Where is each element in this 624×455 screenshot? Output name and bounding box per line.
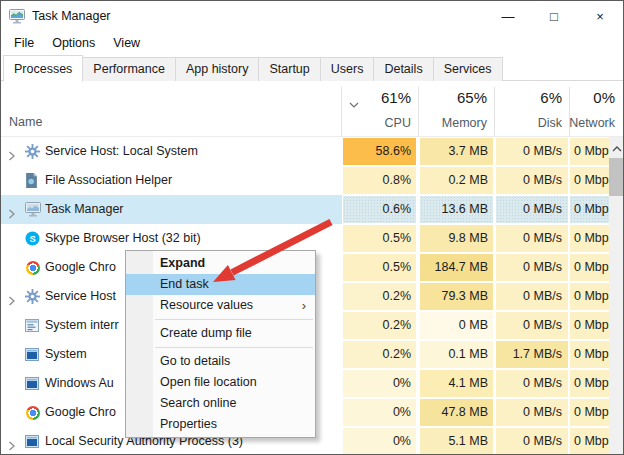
process-row-skype-browser-host-32-bit[interactable]: S Skype Browser Host (32 bit) 0.5%9.8 MB… [1, 224, 623, 253]
cell-memory: 3.7 MB [420, 138, 493, 165]
cell-disk: 0 MB/s [496, 283, 568, 310]
tab-services[interactable]: Services [433, 57, 503, 81]
chrome-icon [25, 260, 41, 276]
close-button[interactable]: × [577, 1, 623, 31]
column-disk-label: Disk [538, 116, 562, 130]
document-icon [25, 173, 41, 189]
column-header-memory[interactable]: 65% Memory [419, 81, 493, 137]
system-interrupts-icon [25, 318, 41, 334]
minimize-button[interactable]: — [485, 1, 531, 31]
tab-users[interactable]: Users [320, 57, 375, 81]
process-name-cell: S Skype Browser Host (32 bit) [1, 224, 342, 253]
column-name-label[interactable]: Name [9, 115, 42, 129]
tab-details[interactable]: Details [373, 57, 433, 81]
window-title: Task Manager [32, 9, 111, 23]
column-network-utilization: 0% [593, 89, 615, 106]
cell-disk: 0 MB/s [496, 370, 568, 397]
cell-cpu: 0.5% [343, 225, 416, 252]
services-gear-icon [25, 144, 41, 160]
cell-cpu: 0.2% [343, 312, 416, 339]
menu-view[interactable]: View [104, 33, 149, 53]
column-header-network[interactable]: 0% Network [570, 81, 624, 137]
close-icon: × [596, 9, 604, 24]
skype-icon: S [25, 231, 41, 247]
process-name: Task Manager [45, 195, 124, 224]
minimize-icon: — [502, 9, 515, 24]
cell-cpu: 0.2% [343, 283, 416, 310]
menu-options[interactable]: Options [43, 33, 104, 53]
expand-chevron-icon[interactable] [8, 292, 16, 310]
vertical-scrollbar[interactable] [609, 137, 624, 455]
task-manager-icon [25, 202, 41, 218]
window-controls: —□× [485, 1, 623, 31]
tab-processes[interactable]: Processes [3, 55, 83, 82]
cell-disk: 0 MB/s [496, 428, 568, 455]
maximize-button[interactable]: □ [531, 1, 577, 31]
task-manager-app-icon [9, 8, 25, 24]
cell-memory: 0.2 MB [420, 167, 493, 194]
process-row-file-association-helper[interactable]: File Association Helper 0.8%0.2 MB0 MB/s… [1, 166, 623, 195]
cell-disk: 0 MB/s [496, 138, 568, 165]
cell-cpu: 0% [343, 370, 416, 397]
tab-app-history[interactable]: App history [175, 57, 260, 81]
column-header-cpu[interactable]: 61% CPU [342, 81, 417, 137]
tab-startup[interactable]: Startup [258, 57, 320, 81]
cell-cpu: 0% [343, 399, 416, 426]
context-menu-item-create-dump-file[interactable]: Create dump file [126, 323, 315, 344]
context-menu-item-end-task[interactable]: End task [126, 274, 315, 295]
scrollbar-thumb[interactable] [609, 158, 624, 196]
column-header-disk[interactable]: 6% Disk [495, 81, 568, 137]
cell-memory: 13.6 MB [420, 196, 493, 223]
menu-separator [155, 319, 313, 320]
submenu-arrow-icon: › [302, 295, 306, 316]
scroll-up-button[interactable] [609, 137, 624, 157]
cell-disk: 0 MB/s [496, 167, 568, 194]
cell-memory: 79.3 MB [420, 283, 493, 310]
expand-chevron-icon[interactable] [8, 147, 16, 165]
cell-memory: 0.1 MB [420, 341, 493, 368]
process-name-cell: Task Manager [1, 195, 342, 224]
cell-memory: 47.8 MB [420, 399, 493, 426]
cell-cpu: 0.2% [343, 341, 416, 368]
svg-text:S: S [29, 234, 35, 244]
tab-performance[interactable]: Performance [82, 57, 176, 81]
column-memory-label: Memory [442, 116, 487, 130]
cell-memory: 5.1 MB [420, 428, 493, 455]
context-menu-item-properties[interactable]: Properties [126, 414, 315, 435]
context-menu-item-open-file-location[interactable]: Open file location [126, 372, 315, 393]
system-window-icon [25, 376, 41, 392]
process-name: Skype Browser Host (32 bit) [45, 224, 201, 253]
cell-cpu: 0.8% [343, 167, 416, 194]
task-manager-window: Task Manager —□× FileOptionsView Process… [0, 0, 624, 455]
system-window-icon [25, 347, 41, 363]
column-header: Name 61% CPU 65% Memory 6% Disk 0% Netwo… [1, 81, 623, 137]
context-menu-item-expand[interactable]: Expand [126, 253, 315, 274]
process-name: System interr [45, 311, 119, 340]
menu-file[interactable]: File [5, 33, 43, 53]
cell-memory: 0 MB [420, 312, 493, 339]
column-memory-utilization: 65% [457, 89, 487, 106]
context-menu: ExpandEnd taskResource values›Create dum… [125, 250, 316, 438]
process-name: Google Chro [45, 398, 116, 427]
context-menu-item-go-to-details[interactable]: Go to details [126, 351, 315, 372]
tabstrip: ProcessesPerformanceApp historyStartupUs… [1, 54, 623, 81]
context-menu-item-search-online[interactable]: Search online [126, 393, 315, 414]
menubar: FileOptionsView [1, 31, 623, 54]
cell-disk: 0 MB/s [496, 196, 568, 223]
process-name: Windows Au [45, 369, 114, 398]
expand-chevron-icon[interactable] [8, 437, 16, 455]
expand-chevron-icon[interactable] [8, 205, 16, 223]
chevron-up-icon [612, 138, 622, 156]
context-menu-item-resource-values[interactable]: Resource values› [126, 295, 315, 316]
cell-disk: 0 MB/s [496, 312, 568, 339]
process-row-task-manager[interactable]: Task Manager 0.6%13.6 MB0 MB/s0 Mbps [1, 195, 623, 224]
column-cpu-utilization: 61% [381, 89, 411, 106]
titlebar: Task Manager —□× [1, 1, 623, 31]
process-row-service-host-local-system[interactable]: Service Host: Local System 58.6%3.7 MB0 … [1, 137, 623, 166]
cell-memory: 9.8 MB [420, 225, 493, 252]
process-name: System [45, 340, 87, 369]
cell-cpu: 0.6% [343, 196, 416, 223]
process-name-cell: File Association Helper [1, 166, 342, 195]
cell-disk: 0 MB/s [496, 254, 568, 281]
cell-disk: 0 MB/s [496, 399, 568, 426]
